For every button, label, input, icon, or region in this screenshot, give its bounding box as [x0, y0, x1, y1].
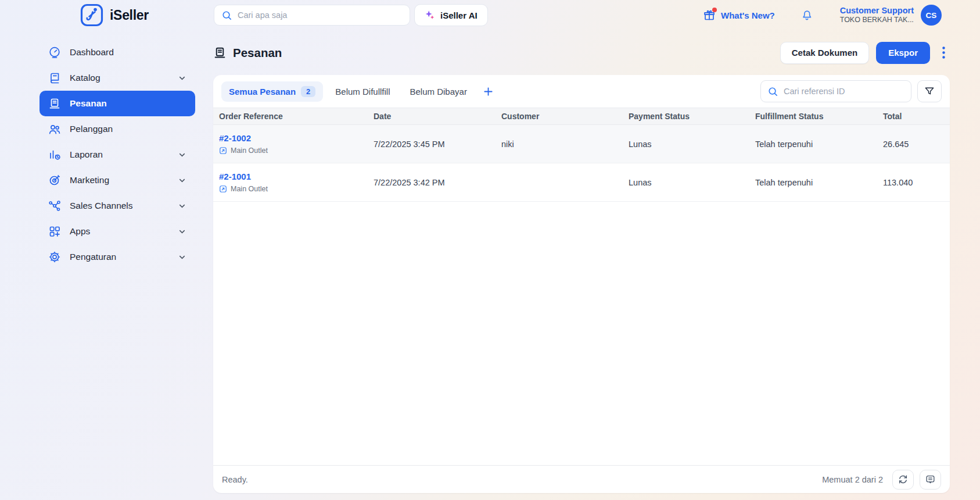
table-row[interactable]: #2-1002 Main Outlet 7/22/2025 3:45 PM ni… [213, 125, 950, 163]
outlet-icon [219, 147, 227, 155]
chevron-down-icon [178, 151, 186, 159]
sidebar-item-pelanggan[interactable]: Pelanggan [40, 116, 195, 142]
page-header: Pesanan Cetak Dokumen Ekspor [213, 30, 950, 75]
feedback-button[interactable] [920, 470, 941, 490]
reference-search-input[interactable] [784, 87, 904, 96]
column-header[interactable]: Fulfillment Status [749, 112, 877, 121]
page-title: Pesanan [233, 46, 282, 60]
sidebar: Dashboard Katalog Pesanan Pelangg [0, 30, 198, 500]
payment-status: Lunas [623, 178, 749, 187]
sidebar-item-label: Marketing [70, 175, 109, 185]
order-total: 113.040 [877, 178, 950, 187]
reference-search[interactable] [760, 80, 911, 102]
order-reference-link[interactable]: #2-1001 [219, 172, 368, 181]
account-name: Customer Support [840, 5, 914, 16]
iseller-ai-button[interactable]: iSeller AI [414, 4, 488, 26]
global-search-input[interactable] [238, 10, 403, 20]
outlet-name: Main Outlet [231, 147, 268, 155]
loading-info: Memuat 2 dari 2 [822, 475, 883, 484]
orders-card: Semua Pesanan 2 Belum Difullfill Belum D… [213, 75, 950, 493]
marketing-icon [48, 174, 61, 187]
sidebar-item-pesanan[interactable]: Pesanan [40, 91, 195, 116]
print-document-button[interactable]: Cetak Dokumen [780, 42, 869, 64]
chevron-down-icon [178, 253, 186, 262]
account-menu[interactable]: Customer Support TOKO BERKAH TAK... [840, 5, 914, 25]
notification-dot [712, 8, 717, 12]
sidebar-item-label: Dashboard [70, 47, 114, 58]
column-header[interactable]: Customer [496, 112, 623, 121]
order-date: 7/22/2025 3:45 PM [368, 140, 496, 149]
table-empty-area [213, 202, 950, 465]
sidebar-item-label: Pelanggan [70, 124, 113, 134]
payment-status: Lunas [623, 140, 749, 149]
search-icon [767, 86, 778, 97]
filter-icon [924, 85, 935, 97]
sidebar-item-apps[interactable]: Apps [40, 219, 195, 244]
chevron-down-icon [178, 227, 186, 236]
global-search[interactable] [214, 5, 410, 26]
fulfillment-status: Telah terpenuhi [749, 140, 877, 149]
tab-label: Belum Difullfill [335, 87, 390, 97]
sidebar-item-laporan[interactable]: Laporan [40, 142, 195, 167]
tab-semua-pesanan[interactable]: Semua Pesanan 2 [221, 81, 323, 102]
filter-button[interactable] [917, 80, 942, 102]
outlet-icon [219, 185, 227, 193]
main-content: Pesanan Cetak Dokumen Ekspor Semua Pesan… [213, 30, 950, 500]
iseller-ai-label: iSeller AI [440, 10, 478, 20]
sidebar-item-label: Apps [70, 226, 90, 237]
chevron-down-icon [178, 202, 186, 210]
table-row[interactable]: #2-1001 Main Outlet 7/22/2025 3:42 PM Lu… [213, 163, 950, 202]
table-header: Order Reference Date Customer Payment St… [213, 108, 950, 125]
sidebar-item-sales-channels[interactable]: Sales Channels [40, 193, 195, 219]
sidebar-item-katalog[interactable]: Katalog [40, 65, 195, 91]
avatar-initials: CS [926, 11, 937, 20]
apps-icon [48, 225, 61, 238]
dashboard-icon [48, 46, 61, 59]
chevron-down-icon [178, 74, 186, 83]
bell-icon[interactable] [800, 9, 813, 22]
status-bar: Ready. Memuat 2 dari 2 [213, 465, 950, 493]
tab-label: Semua Pesanan [229, 87, 296, 97]
whats-new-button[interactable]: What's New? [703, 9, 775, 22]
reports-icon [48, 148, 61, 161]
tab-belum-difullfill[interactable]: Belum Difullfill [328, 82, 397, 101]
sidebar-item-pengaturan[interactable]: Pengaturan [40, 244, 195, 270]
column-header[interactable]: Payment Status [623, 112, 749, 121]
whats-new-label: What's New? [721, 10, 775, 20]
status-text: Ready. [222, 475, 248, 484]
customers-icon [48, 123, 61, 135]
sidebar-item-label: Pengaturan [70, 252, 116, 262]
order-customer: niki [496, 140, 623, 149]
tab-belum-dibayar[interactable]: Belum Dibayar [403, 82, 475, 101]
kebab-menu-icon[interactable] [937, 47, 950, 59]
sparkles-icon [425, 10, 435, 20]
fulfillment-status: Telah terpenuhi [749, 178, 877, 187]
sidebar-item-marketing[interactable]: Marketing [40, 167, 195, 193]
brand-name: iSeller [110, 8, 149, 23]
refresh-icon [898, 474, 909, 485]
account-store: TOKO BERKAH TAK... [840, 16, 914, 25]
feedback-icon [925, 474, 936, 485]
tabs-row: Semua Pesanan 2 Belum Difullfill Belum D… [213, 75, 950, 108]
add-tab-plus-icon[interactable] [483, 86, 494, 97]
iseller-logo-icon [80, 3, 103, 27]
avatar[interactable]: CS [921, 5, 942, 26]
column-header[interactable]: Order Reference [213, 112, 368, 121]
sidebar-item-label: Laporan [70, 149, 103, 160]
chevron-down-icon [178, 176, 186, 185]
order-date: 7/22/2025 3:42 PM [368, 178, 496, 187]
brand-logo[interactable]: iSeller [80, 3, 149, 27]
column-header[interactable]: Date [368, 112, 496, 121]
orders-icon [48, 97, 61, 110]
sidebar-item-dashboard[interactable]: Dashboard [40, 40, 195, 65]
sales-channels-icon [48, 199, 61, 212]
sidebar-item-label: Sales Channels [70, 201, 133, 211]
column-header[interactable]: Total [877, 112, 950, 121]
topbar: iSeller iSeller AI [0, 0, 980, 30]
refresh-button[interactable] [892, 470, 914, 490]
gift-icon [703, 9, 716, 22]
sidebar-item-label: Pesanan [70, 98, 107, 109]
order-reference-link[interactable]: #2-1002 [219, 133, 368, 143]
tab-label: Belum Dibayar [410, 87, 467, 97]
export-button[interactable]: Ekspor [876, 42, 930, 64]
